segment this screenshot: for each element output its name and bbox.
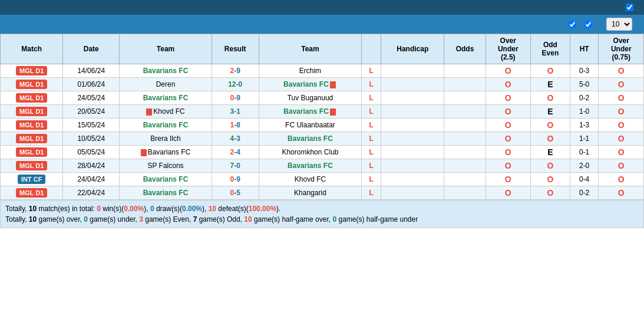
team2-name: Khoromkhon Club [259,146,362,159]
odd-even: O [530,91,570,105]
team1-label: Bavarians FC [143,94,189,102]
outcome: L [362,146,381,159]
games-under: 0 [84,215,88,223]
last-games-select[interactable]: 5 10 15 20 25 [606,18,632,31]
league-badge: MGL D1 [16,93,47,103]
team2-name: Erchim [259,64,362,78]
int-cf-filter[interactable] [569,21,579,28]
summary-line-1: Totally, 10 match(es) in total: 0 win(s)… [5,203,639,214]
match-badge: MGL D1 [1,132,63,146]
odd-even: E [530,146,570,159]
handicap [381,132,444,146]
mgl-d1-filter[interactable] [584,21,595,28]
int-cf-checkbox[interactable] [569,21,576,28]
team1-name: Brera Ilch [120,132,212,146]
team2-name: Bavarians FC [259,132,362,146]
ht-score: 0-1 [570,146,599,159]
table-row: MGL D120/05/24Khovd FC3-1Bavarians FCLOE… [1,105,644,119]
team2-label: Bavarians FC [288,162,333,170]
score: 2-4 [212,146,259,159]
team2-name: Tuv Buganuud [259,91,362,105]
outcome: L [362,173,381,186]
score: 0-9 [212,173,259,186]
ht-score: 1-3 [570,119,599,132]
mgl-d1-checkbox[interactable] [584,21,592,28]
team1-label: Khovd FC [153,107,184,116]
team1-name: SP Falcons [120,159,212,173]
outcome: L [362,132,381,146]
match-date: 24/04/24 [63,173,120,186]
team1-name: Khovd FC [120,105,212,119]
handicap [381,159,444,173]
handicap [381,186,444,200]
match-date: 05/05/24 [63,146,120,159]
over-under-25: O [486,186,530,200]
col-ht: HT [570,34,599,64]
score: 7-0 [212,159,259,173]
score-away: 9 [236,94,240,102]
over-under-25: O [486,159,530,173]
match-badge: MGL D1 [1,146,63,159]
team1-label: Deren [156,80,176,88]
match-badge: MGL D1 [1,186,63,200]
over-under-075: O [599,91,644,105]
match-date: 15/05/24 [63,119,120,132]
team2-name: Khovd FC [259,173,362,186]
table-row: MGL D110/05/24Brera Ilch4-3Bavarians FCL… [1,132,644,146]
odds [444,78,486,91]
ht-score: 1-0 [570,105,599,119]
odds [444,64,486,78]
outcome: L [362,186,381,200]
col-team2: Team [259,34,362,64]
games-even: 3 [139,215,143,223]
handicap [381,91,444,105]
match-badge: MGL D1 [1,159,63,173]
col-handicap: Handicap [381,34,444,64]
match-badge: MGL D1 [1,91,63,105]
team1-label: SP Falcons [147,162,183,170]
red-card-icon [141,149,147,156]
total-games: 10 [29,215,37,223]
team2-label: Bavarians FC [283,80,329,88]
over-under-075: O [599,146,644,159]
table-row: INT CF24/04/24Bavarians FC0-9Khovd FCLOO… [1,173,644,186]
total-matches: 10 [29,205,37,213]
score: 0-9 [212,91,259,105]
defeats-count: 10 [209,205,216,213]
main-container: 5 10 15 20 25 Match Date Team Result Tea… [0,0,644,228]
league-badge: MGL D1 [16,80,47,89]
over-under-075: O [599,64,644,78]
handicap [381,146,444,159]
score-home: 0 [230,189,234,197]
score: 12-0 [212,78,259,91]
match-date: 28/04/24 [63,159,120,173]
odd-even: E [530,105,570,119]
score-away: 3 [236,134,240,143]
score-away: 0 [236,162,240,170]
team1-label: Bavarians FC [143,189,189,197]
filter-bar: 5 10 15 20 25 [0,15,644,34]
odds [444,159,486,173]
ht-score: 0-4 [570,173,599,186]
match-date: 14/06/24 [63,64,120,78]
league-badge: MGL D1 [16,161,47,170]
match-date: 01/06/24 [63,78,120,91]
table-row: MGL D114/06/24Bavarians FC2-9ErchimLOO0-… [1,64,644,78]
team1-name: Bavarians FC [120,91,212,105]
match-date: 24/05/24 [63,91,120,105]
odd-even: O [530,64,570,78]
team1-label: Bavarians FC [148,148,191,156]
odds [444,132,486,146]
match-badge: MGL D1 [1,64,63,78]
games-half-over: 10 [244,215,252,223]
team1-name: Bavarians FC [120,119,212,132]
over-under-25: O [486,146,530,159]
odd-even: O [530,186,570,200]
outcome: L [362,159,381,173]
table-row: MGL D124/05/24Bavarians FC0-9Tuv Buganuu… [1,91,644,105]
odd-even: O [530,159,570,173]
display-notes-checkbox[interactable] [626,4,633,11]
handicap [381,78,444,91]
team2-label: Tuv Buganuud [288,94,333,102]
col-over-under-25: OverUnder(2.5) [486,34,530,64]
